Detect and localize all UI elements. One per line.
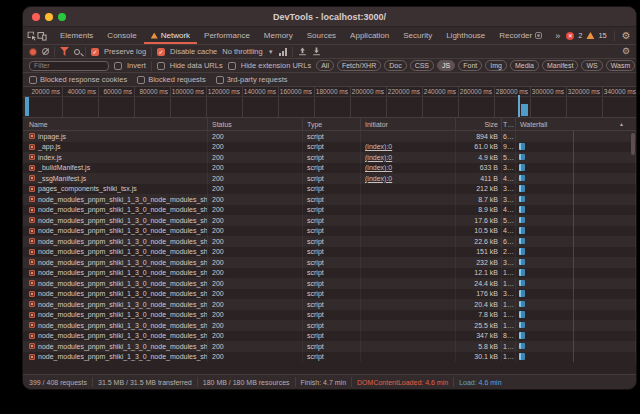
resource-type-chip[interactable]: CSS [410, 60, 434, 71]
hide-extension-urls-checkbox[interactable] [228, 62, 236, 70]
error-count[interactable]: 2 [578, 31, 582, 40]
minimize-window-button[interactable] [45, 13, 53, 21]
network-conditions-icon[interactable] [279, 48, 287, 56]
vertical-scrollbar[interactable] [630, 132, 635, 362]
error-badge-icon[interactable]: ✕ [566, 32, 574, 40]
resource-type-chip[interactable]: Media [510, 60, 539, 71]
third-party-requests-checkbox[interactable] [216, 76, 224, 84]
export-har-icon[interactable] [312, 47, 321, 56]
zoom-window-button[interactable] [58, 13, 66, 21]
chevron-down-icon[interactable]: ▼ [268, 49, 274, 55]
initiator-link[interactable]: (index):0 [365, 175, 392, 182]
overview-dcl-marker-line [518, 95, 520, 117]
request-row[interactable]: node_modules_pnpm_shiki_1_3_0_node_modul… [23, 352, 636, 363]
clear-network-log-button[interactable] [42, 48, 49, 55]
column-header-size[interactable]: Size [456, 118, 502, 130]
panel-tab[interactable]: Sources [300, 27, 343, 44]
request-row[interactable]: inpage.js 200 script 894 kB 6… [23, 131, 636, 142]
request-row[interactable]: node_modules_pnpm_shiki_1_3_0_node_modul… [23, 299, 636, 310]
more-tabs-button[interactable]: » [549, 27, 566, 44]
request-row[interactable]: node_modules_pnpm_shiki_1_3_0_node_modul… [23, 247, 636, 258]
panel-tab[interactable]: Recorder [492, 27, 549, 44]
filter-funnel-icon[interactable] [60, 47, 69, 56]
column-header-status[interactable]: Status [208, 118, 303, 130]
resource-type-chip[interactable]: WS [581, 60, 602, 71]
request-row[interactable]: node_modules_pnpm_shiki_1_3_0_node_modul… [23, 205, 636, 216]
request-row[interactable]: _ssgManifest.js 200 script (index):0 411… [23, 173, 636, 184]
record-network-log-button[interactable] [29, 48, 37, 56]
warning-count[interactable]: 15 [598, 31, 606, 40]
hide-data-urls-checkbox[interactable] [157, 62, 165, 70]
request-row[interactable]: node_modules_pnpm_shiki_1_3_0_node_modul… [23, 215, 636, 226]
blocked-response-cookies-checkbox[interactable] [29, 76, 37, 84]
request-time-cell: 6… [502, 131, 516, 142]
request-row[interactable]: pages_components_shiki_tsx.js 200 script… [23, 184, 636, 195]
panel-tab[interactable]: Lighthouse [439, 27, 492, 44]
blocked-requests-checkbox[interactable] [137, 76, 145, 84]
initiator-link[interactable]: (index):0 [365, 164, 392, 171]
request-row[interactable]: node_modules_pnpm_shiki_1_3_0_node_modul… [23, 257, 636, 268]
request-row[interactable]: node_modules_pnpm_shiki_1_3_0_node_modul… [23, 341, 636, 352]
request-row[interactable]: node_modules_pnpm_shiki_1_3_0_node_modul… [23, 236, 636, 247]
request-name-cell: _ssgManifest.js [23, 173, 208, 184]
request-row[interactable]: node_modules_pnpm_shiki_1_3_0_node_modul… [23, 278, 636, 289]
filter-input[interactable] [29, 61, 109, 71]
close-window-button[interactable] [32, 13, 40, 21]
preserve-log-checkbox[interactable]: ✓ [91, 48, 99, 56]
panel-tab[interactable]: Network [144, 27, 197, 44]
panel-tab[interactable]: Memory [257, 27, 300, 44]
panel-tab[interactable]: Security [396, 27, 439, 44]
resource-type-chip[interactable]: Img [485, 60, 507, 71]
request-row[interactable]: node_modules_pnpm_shiki_1_3_0_node_modul… [23, 289, 636, 300]
panel-tab[interactable]: Elements [53, 27, 100, 44]
search-icon[interactable] [74, 49, 80, 55]
disable-cache-checkbox[interactable]: ✓ [157, 48, 165, 56]
request-initiator-cell [361, 257, 456, 268]
request-waterfall-cell [516, 173, 636, 184]
resource-type-chip[interactable]: Doc [384, 60, 406, 71]
throttling-select[interactable]: No throttling [222, 47, 262, 56]
request-row[interactable]: node_modules_pnpm_shiki_1_3_0_node_modul… [23, 320, 636, 331]
waterfall-bar [519, 280, 525, 287]
request-row[interactable]: node_modules_pnpm_shiki_1_3_0_node_modul… [23, 310, 636, 321]
resource-type-chip[interactable]: Manifest [542, 60, 578, 71]
resource-type-chip[interactable]: Font [458, 60, 482, 71]
timeline-tick-label: 140000 ms [243, 87, 279, 117]
filter-bar: Invert Hide data URLs Hide extension URL… [23, 59, 636, 73]
column-header-waterfall[interactable]: Waterfall ▲ [516, 118, 636, 130]
resource-type-chip[interactable]: JS [437, 60, 455, 71]
request-row[interactable]: node_modules_pnpm_shiki_1_3_0_node_modul… [23, 226, 636, 237]
request-row[interactable]: node_modules_pnpm_shiki_1_3_0_node_modul… [23, 194, 636, 205]
inspect-element-icon[interactable] [27, 27, 37, 44]
column-header-time[interactable]: T… [502, 118, 516, 130]
request-waterfall-cell [516, 205, 636, 216]
column-header-initiator[interactable]: Initiator [361, 118, 456, 130]
settings-gear-icon[interactable]: ⚙ [622, 31, 631, 41]
initiator-link[interactable]: (index):0 [365, 154, 392, 161]
request-row[interactable]: node_modules_pnpm_shiki_1_3_0_node_modul… [23, 268, 636, 279]
resource-type-chip[interactable]: All [316, 60, 334, 71]
panel-tab[interactable]: Console [100, 27, 143, 44]
network-settings-gear-icon[interactable]: ⚙ [622, 47, 630, 56]
network-overview-timeline[interactable]: 20000 ms 40000 ms 60000 ms 80000 ms 1000… [23, 87, 636, 118]
initiator-link[interactable]: (index):0 [365, 143, 392, 150]
request-status-cell: 200 [208, 278, 303, 289]
panel-tab[interactable]: Application [343, 27, 396, 44]
scrollbar-thumb[interactable] [631, 133, 635, 155]
request-row[interactable]: index.js 200 script (index):0 4.9 kB 5… [23, 152, 636, 163]
request-status-cell: 200 [208, 173, 303, 184]
warning-badge-icon[interactable] [586, 32, 594, 39]
request-row[interactable]: _app.js 200 script (index):0 61.0 kB 9… [23, 142, 636, 153]
resource-type-chip[interactable]: Fetch/XHR [337, 60, 381, 71]
column-header-type[interactable]: Type [303, 118, 361, 130]
column-header-name[interactable]: Name [23, 118, 208, 130]
kebab-menu-icon[interactable]: ⋮ [635, 31, 637, 41]
request-row[interactable]: _buildManifest.js 200 script (index):0 6… [23, 163, 636, 174]
invert-checkbox[interactable] [114, 62, 122, 70]
device-toolbar-icon[interactable] [37, 27, 47, 44]
import-har-icon[interactable] [298, 47, 307, 56]
request-row[interactable]: node_modules_pnpm_shiki_1_3_0_node_modul… [23, 331, 636, 342]
panel-tab[interactable]: Performance [197, 27, 257, 44]
resource-type-chip[interactable]: Wasm [606, 60, 636, 71]
request-time-cell: 6… [502, 236, 516, 247]
